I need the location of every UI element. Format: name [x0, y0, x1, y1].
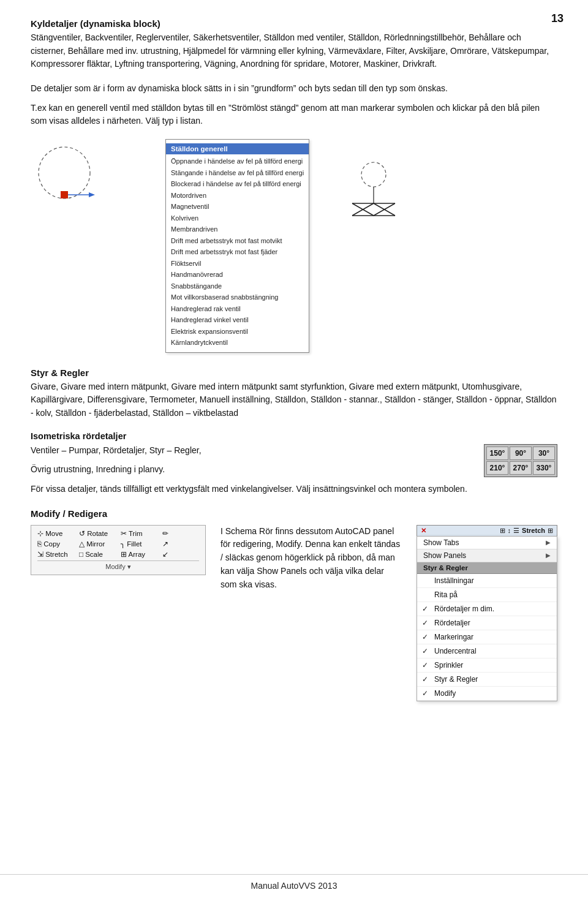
- cm-label-modify: Modify: [434, 689, 456, 698]
- dropdown-item-15[interactable]: Elektrisk expansionsventil: [166, 326, 309, 338]
- symbol-diagram-left: [31, 139, 141, 263]
- dynamic-blocks-body2: T.ex kan en generell ventil med ställdon…: [31, 102, 557, 128]
- cm-item-rita-pa[interactable]: Rita på: [417, 588, 557, 602]
- array-tool[interactable]: ⊞ Array: [121, 550, 157, 559]
- dynamic-blocks-body1: De detaljer som är i form av dynamiska b…: [31, 82, 557, 96]
- diagram-area: Ställdon generell Öppnande i händelse av…: [31, 139, 557, 353]
- check-markeringar: ✓: [422, 633, 431, 641]
- isometric-body3: För vissa detaljer, tänds tillfälligt et…: [31, 483, 557, 496]
-  stalldon-dropdown[interactable]: Ställdon generell Öppnande i händelse av…: [165, 139, 309, 353]
- svg-point-4: [361, 162, 386, 187]
- context-menu-header: Styr & Regler: [417, 562, 557, 574]
- isometric-row: Ventiler – Pumpar, Rördetaljer, Styr – R…: [31, 444, 557, 483]
- ribbon-x-icon: ✕: [421, 527, 426, 535]
- scale-tool[interactable]: □ Scale: [79, 551, 116, 558]
- modify-title: Modify / Redigera: [31, 508, 557, 519]
- angle-cell-2: 30°: [533, 447, 555, 460]
- dropdown-item-2[interactable]: Blockerad i händelse av fel på tillförd …: [166, 178, 309, 190]
- isometric-title: Isometriska rördetaljer: [31, 431, 557, 441]
- modify-panel-row3: ⇲ Stretch □ Scale ⊞ Array ↙: [37, 550, 199, 559]
- rotate-tool[interactable]: ↺ Rotate: [79, 529, 116, 538]
- modify-panel: ⊹ Move ↺ Rotate ✂ Trim ✏ ⎘ Copy △ Mirror…: [31, 525, 206, 575]
- show-tabs-row[interactable]: Show Tabs ▶: [417, 537, 557, 549]
- dropdown-item-5[interactable]: Kolvriven: [166, 213, 309, 224]
- modify-body: I Schema Rör finns dessutom AutoCAD pane…: [221, 525, 402, 591]
- kyldetaljer-body: Stängventiler, Backventiler, Reglerventi…: [31, 31, 557, 71]
- cm-item-installningar[interactable]: Inställningar: [417, 574, 557, 588]
- dropdown-item-0[interactable]: Öppnande i händelse av fel på tillförd e…: [166, 156, 309, 167]
- edit-icon[interactable]: ✏: [162, 529, 199, 538]
- dropdown-item-4[interactable]: Magnetventil: [166, 201, 309, 213]
- dropdown-item-13[interactable]: Handreglerad rak ventil: [166, 303, 309, 315]
- dropdown-item-14[interactable]: Handreglerad vinkel ventil: [166, 314, 309, 326]
- svg-marker-3: [89, 192, 95, 197]
- styr-regler-body: Givare, Givare med intern mätpunkt, Giva…: [31, 380, 557, 420]
- isometric-text: Ventiler – Pumpar, Rördetaljer, Styr – R…: [31, 444, 469, 483]
- cm-item-modify[interactable]: ✓ Modify: [417, 687, 557, 701]
- angle-cell-5: 330°: [533, 461, 555, 475]
- mirror-tool[interactable]: △ Mirror: [79, 540, 116, 548]
- modify-section: Modify / Redigera ⊹ Move ↺ Rotate ✂ Trim…: [31, 508, 557, 701]
- angle-grid-container: 150° 90° 30° 210° 270° 330°: [484, 444, 557, 477]
- dropdown-item-3[interactable]: Motordriven: [166, 190, 309, 202]
- cm-item-rordetaljer-dim[interactable]: ✓ Rördetaljer m dim.: [417, 602, 557, 616]
- extra-tool2[interactable]: ↙: [162, 550, 199, 559]
- angle-cell-0: 150°: [486, 447, 508, 460]
- cm-label-undercentral: Undercentral: [434, 647, 477, 655]
- angle-grid: 150° 90° 30° 210° 270° 330°: [484, 444, 557, 477]
- check-styr-regler: ✓: [422, 675, 431, 684]
- dropdown-item-16[interactable]: Kärnlandrytckventil: [166, 337, 309, 349]
- dropdown-item-1[interactable]: Stängande i händelse av fel på tillförd …: [166, 167, 309, 179]
- cm-label-rita-pa: Rita på: [434, 590, 458, 599]
- fillet-tool[interactable]: ╮ Fillet: [121, 540, 157, 548]
- isometric-body2: Övrig utrustning, Inredning i planvy.: [31, 463, 469, 477]
- dropdown-item-10[interactable]: Handmanövrerad: [166, 269, 309, 281]
- styr-regler-title: Styr & Regler: [31, 368, 557, 378]
- extra-tool1[interactable]: ↗: [162, 540, 199, 548]
- show-panels-row[interactable]: Show Panels ▶: [417, 549, 557, 562]
- valve-diagram: [334, 157, 413, 237]
- dropdown-item-8[interactable]: Drift med arbetsstryk mot fast fjäder: [166, 246, 309, 258]
- dropdown-item-12[interactable]: Mot villkorsbaserad snabbstängning: [166, 292, 309, 303]
- cm-label-rordetaljer: Rördetaljer: [434, 619, 470, 627]
- footer: Manual AutoVVS 2013: [0, 874, 588, 891]
- ribbon-icon2: ↕: [508, 527, 511, 534]
- trim-tool[interactable]: ✂ Trim: [121, 529, 157, 538]
- ribbon-icon3: ☰: [513, 527, 519, 535]
- cm-item-undercentral[interactable]: ✓ Undercentral: [417, 644, 557, 658]
- dropdown-item-7[interactable]: Drift med arbetsstryk mot fast motvikt: [166, 235, 309, 247]
- svg-point-0: [39, 147, 90, 198]
- kyldetaljer-title: Kyldetaljer (dynamiska block): [31, 18, 557, 29]
- dropdown-item-6[interactable]: Membrandriven: [166, 224, 309, 235]
- isometric-body1: Ventiler – Pumpar, Rördetaljer, Styr – R…: [31, 444, 469, 458]
- modify-panel-row1: ⊹ Move ↺ Rotate ✂ Trim ✏: [37, 529, 199, 538]
- cm-item-sprinkler[interactable]: ✓ Sprinkler: [417, 658, 557, 673]
- move-tool[interactable]: ⊹ Move: [37, 529, 74, 538]
- cm-item-rordetaljer[interactable]: ✓ Rördetaljer: [417, 616, 557, 630]
- cm-item-markeringar[interactable]: ✓ Markeringar: [417, 630, 557, 644]
- dropdown-item-11[interactable]: Snabbstängande: [166, 281, 309, 292]
- show-tabs-label: Show Tabs: [423, 538, 459, 547]
- footer-text: Manual AutoVVS 2013: [251, 881, 337, 891]
- kyldetaljer-section: Kyldetaljer (dynamiska block) Stängventi…: [31, 18, 557, 71]
- modify-row: ⊹ Move ↺ Rotate ✂ Trim ✏ ⎘ Copy △ Mirror…: [31, 525, 557, 701]
- copy-tool[interactable]: ⎘ Copy: [37, 540, 74, 548]
- styr-regler-section: Styr & Regler Givare, Givare med intern …: [31, 368, 557, 420]
- check-modify: ✓: [422, 689, 431, 698]
- context-menu: Show Tabs ▶ Show Panels ▶ Styr & Regler …: [417, 536, 557, 701]
- show-panels-arrow-icon: ▶: [546, 552, 551, 559]
- show-panels-label: Show Panels: [423, 551, 466, 560]
- check-sprinkler: ✓: [422, 661, 431, 669]
- cm-label-markeringar: Markeringar: [434, 633, 473, 641]
- svg-rect-1: [61, 191, 68, 198]
- modify-panel-footer[interactable]: Modify ▾: [37, 560, 199, 571]
- dropdown-header: Ställdon generell: [166, 143, 309, 154]
- cm-label-sprinkler: Sprinkler: [434, 661, 463, 669]
- dropdown-item-9[interactable]: Flöktservil: [166, 258, 309, 270]
- check-undercentral: ✓: [422, 647, 431, 655]
- cm-item-styr-regler[interactable]: ✓ Styr & Regler: [417, 673, 557, 687]
- stretch-tool[interactable]: ⇲ Stretch: [37, 550, 74, 559]
- page-number: 13: [551, 12, 564, 25]
- cm-label-rordetaljer-dim: Rördetaljer m dim.: [434, 605, 494, 613]
- check-rordetaljer-dim: ✓: [422, 605, 431, 613]
